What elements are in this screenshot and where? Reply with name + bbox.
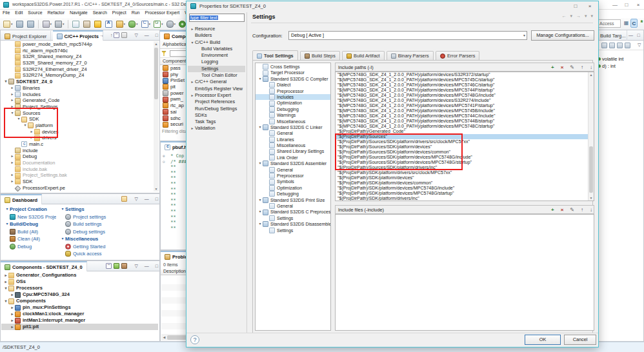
tool-tree-item[interactable]: Optimization: [256, 185, 330, 191]
move-down-button[interactable]: ↓: [584, 206, 592, 214]
tool-tree-item[interactable]: Preprocessor: [256, 88, 330, 94]
vertical-scrollbar[interactable]: ▲ ▼: [154, 41, 159, 191]
expander[interactable]: ▸: [190, 125, 195, 132]
tool-tree-item[interactable]: ▾ Standard S32DS Print Size: [256, 197, 330, 203]
tool-tree-item[interactable]: Optimization: [256, 100, 330, 106]
expander[interactable]: ▸: [10, 324, 15, 330]
tool-tree-item[interactable]: Dialect: [256, 82, 330, 88]
scrollbar-thumb[interactable]: [589, 146, 593, 193]
include-path-row[interactable]: "$(ProjDirPath)/Sources/SDK/platform/dev…: [336, 150, 594, 155]
fold-marker[interactable]: ⊖: [163, 159, 168, 165]
dashboard-link[interactable]: Debug settings: [60, 228, 157, 236]
minimize-button[interactable]: —: [139, 195, 149, 203]
include-path-row[interactable]: "$(MPC5748G_SDK_Z4_1_2.0.0_PATH)/platfor…: [336, 108, 594, 113]
expander[interactable]: ▸: [10, 179, 15, 185]
move-down-button[interactable]: ↓: [584, 63, 592, 72]
link-with-editor-button[interactable]: [121, 31, 128, 39]
dialog-titlebar[interactable]: Properties for SDKTEST_Z4_0 □ ×: [186, 1, 598, 11]
expander[interactable]: ▸: [10, 104, 15, 110]
dashboard-link[interactable]: Project settings: [60, 213, 157, 221]
expander[interactable]: ▾: [190, 39, 195, 46]
tree-item[interactable]: ▾ Sources: [1, 110, 153, 117]
expander[interactable]: ▸: [3, 272, 8, 279]
maximize-button[interactable]: □: [150, 31, 158, 39]
nav-tree-item[interactable]: Project References: [188, 99, 245, 105]
delete-file-button[interactable]: ×: [555, 206, 564, 214]
dashboard-link[interactable]: Clean (All): [5, 235, 56, 243]
tree-item[interactable]: ▸ Debug: [1, 153, 153, 160]
tab-binary-parsers[interactable]: Binary Parsers: [387, 51, 434, 61]
sash[interactable]: [247, 12, 247, 333]
tree-item[interactable]: stm_periodic_interrupt_mpc5744p: [1, 191, 153, 192]
tree-item[interactable]: ▸ clockMan1:clock_manager: [1, 311, 158, 317]
tool-tree-item[interactable]: Libraries: [256, 137, 330, 142]
tree-item[interactable]: ▾ platform: [1, 122, 153, 129]
tool-tree-item[interactable]: Debugging: [256, 106, 330, 112]
tool-tree-item[interactable]: General: [256, 203, 330, 209]
expander[interactable]: ▾: [257, 76, 263, 82]
tree-item[interactable]: ▸ Binaries: [1, 85, 153, 92]
maximize-button[interactable]: □: [150, 262, 158, 270]
configuration-dropdown[interactable]: Debug [ Active ] ▾: [288, 31, 527, 40]
tab-build-steps[interactable]: Build Steps: [300, 51, 340, 61]
external-tools-button[interactable]: ▾: [165, 19, 177, 29]
tree-item[interactable]: ▸ pit1:pit: [1, 324, 158, 330]
tool-tree-item[interactable]: Miscellaneous: [256, 142, 330, 148]
expander[interactable]: ▾: [257, 124, 263, 130]
filter-funnel-icon[interactable]: [161, 51, 166, 56]
menu-item[interactable]: Processor Expert: [142, 10, 182, 15]
nav-tree-item[interactable]: ▸ Validation: [188, 125, 245, 132]
nav-tree-item[interactable]: EmbSys Register View: [188, 86, 245, 92]
tree-item[interactable]: ▸ Generator_Configurations: [1, 272, 158, 279]
include-path-row[interactable]: "$(ProjDirPath)/Generated_Code": [336, 129, 594, 134]
menu-item[interactable]: File: [0, 10, 12, 15]
menu-item[interactable]: Search: [90, 10, 110, 15]
include-files-list[interactable]: [335, 214, 594, 331]
include-path-row[interactable]: "$(MPC5748G_SDK_Z4_1_2.0.0_PATH)/platfor…: [336, 83, 594, 88]
tool-tree-item[interactable]: ▾ Standard S32DS C Preprocessor: [256, 209, 330, 215]
tab-project-explorer[interactable]: Project Explorer: [1, 31, 51, 41]
open-element-button[interactable]: [71, 19, 81, 29]
tree-item[interactable]: main.c: [1, 141, 153, 148]
close-button[interactable]: ×: [632, 0, 644, 10]
manage-configurations-button[interactable]: Manage Configurations...: [531, 30, 594, 41]
flash-programmer-button[interactable]: [93, 19, 103, 29]
help-button[interactable]: ?: [190, 335, 199, 344]
tool-tree-item[interactable]: Settings: [256, 228, 330, 233]
expander[interactable]: ▸: [10, 172, 15, 179]
nav-tree-item[interactable]: ▸ Resource: [188, 26, 245, 32]
save-button[interactable]: [15, 19, 25, 29]
save-all-button[interactable]: [26, 19, 36, 29]
dashboard-link[interactable]: ▾ Settings: [60, 206, 157, 213]
tree-item[interactable]: S32R_Shared_memory_Z4: [1, 54, 153, 60]
maximize-button[interactable]: □: [635, 31, 642, 39]
generate-code-button[interactable]: [113, 262, 120, 270]
expander[interactable]: ▸: [10, 160, 15, 166]
tree-item[interactable]: ▾ Components: [1, 298, 158, 304]
tool-tree-item[interactable]: Miscellaneous: [256, 119, 330, 124]
outline-entry[interactable]: volatile int: [599, 55, 643, 63]
menu-item[interactable]: Run: [129, 10, 143, 15]
tree-item[interactable]: S32R_Shared_memory_Z7_0: [1, 60, 153, 66]
edit-file-button[interactable]: ✎: [564, 206, 574, 214]
add-file-button[interactable]: +: [545, 206, 554, 214]
include-path-row[interactable]: "$(ProjDirPath)/SDK/platform/drivers/inc…: [336, 196, 594, 201]
nav-tree-item[interactable]: ▸ C/C++ General: [188, 79, 245, 85]
view-menu-button[interactable]: ▽: [128, 31, 137, 39]
dashboard-link[interactable]: ▾ Build/Debug: [5, 220, 56, 228]
tab-dashboard[interactable]: Dashboard: [1, 194, 42, 204]
debug-button[interactable]: ▾: [127, 19, 139, 29]
menu-item[interactable]: Source: [25, 10, 45, 15]
nav-tree-item[interactable]: Run/Debug Settings: [188, 106, 245, 112]
expander[interactable]: ▸: [10, 85, 15, 92]
scrollbar-thumb[interactable]: [154, 48, 158, 99]
tab-error-parsers[interactable]: Error Parsers: [436, 51, 479, 61]
tab-build-targets[interactable]: Build Targ...: [599, 30, 627, 41]
expander[interactable]: ▾: [3, 285, 8, 291]
include-path-row[interactable]: "$(MPC5748G_SDK_Z4_1_2.0.0_PATH)/platfor…: [336, 113, 594, 119]
c-cpp-perspective-button[interactable]: C: [630, 19, 638, 28]
include-path-row[interactable]: "$(ProjDirPath)/Sources/SDK/platform/dri…: [336, 165, 594, 170]
tree-item[interactable]: ▸ Cpu:MPC5748G_324: [1, 291, 158, 298]
include-path-row[interactable]: "$(MPC5748G_SDK_Z4_1_2.0.0_PATH)/platfor…: [336, 93, 594, 98]
expander[interactable]: ▸: [10, 153, 15, 160]
